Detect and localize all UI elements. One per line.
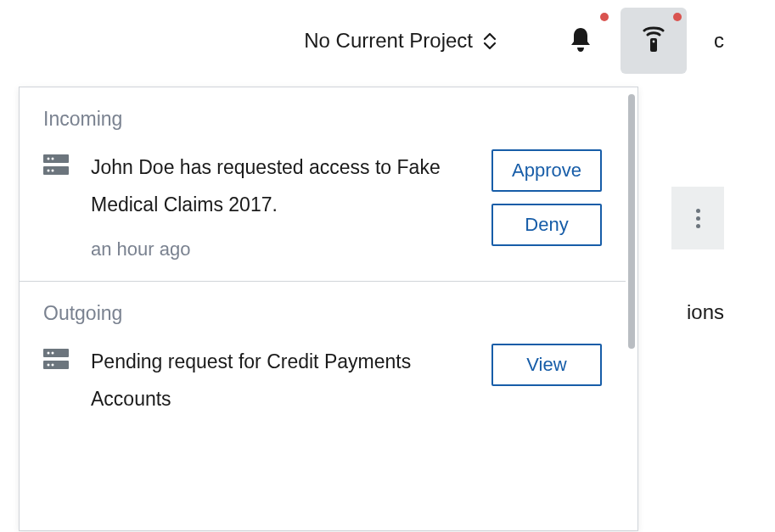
scrollbar-track[interactable] xyxy=(626,87,637,530)
request-text: John Doe has requested access to Fake Me… xyxy=(91,149,469,223)
server-icon xyxy=(43,349,69,372)
request-text-column: Pending request for Credit Payments Acco… xyxy=(91,344,469,417)
svg-point-7 xyxy=(52,170,54,172)
request-row: John Doe has requested access to Fake Me… xyxy=(43,149,602,260)
notifications-bell-button[interactable] xyxy=(548,8,614,74)
request-text: Pending request for Credit Payments Acco… xyxy=(91,344,469,417)
access-requests-button[interactable] xyxy=(621,8,687,74)
svg-point-12 xyxy=(48,364,50,367)
server-icon xyxy=(43,154,69,178)
user-avatar[interactable]: c xyxy=(714,29,724,53)
request-text-column: John Doe has requested access to Fake Me… xyxy=(91,149,469,260)
incoming-section: Incoming John Doe has requested access t… xyxy=(20,87,626,282)
svg-point-3 xyxy=(48,158,50,160)
topbar: No Current Project c xyxy=(0,0,775,81)
notification-dot-icon xyxy=(673,13,682,21)
section-title-incoming: Incoming xyxy=(43,108,602,131)
svg-point-13 xyxy=(52,364,54,367)
request-time: an hour ago xyxy=(91,238,469,260)
approve-button[interactable]: Approve xyxy=(491,149,602,192)
dropdown-body: Incoming John Doe has requested access t… xyxy=(20,87,626,530)
remote-access-icon xyxy=(641,24,666,58)
request-actions: Approve Deny xyxy=(491,149,602,246)
more-menu-button[interactable] xyxy=(671,187,724,249)
svg-rect-0 xyxy=(650,38,657,52)
svg-point-6 xyxy=(48,170,50,172)
section-title-outgoing: Outgoing xyxy=(43,302,602,325)
access-requests-dropdown: Incoming John Doe has requested access t… xyxy=(19,87,638,531)
project-selector-label: No Current Project xyxy=(304,29,473,53)
chevron-updown-icon xyxy=(483,32,497,50)
request-actions: View xyxy=(491,344,602,386)
outgoing-section: Outgoing Pending request for Credit Paym… xyxy=(20,282,626,438)
svg-point-9 xyxy=(48,352,50,355)
background-label-fragment: ions xyxy=(687,300,724,324)
deny-button[interactable]: Deny xyxy=(491,204,602,246)
view-button[interactable]: View xyxy=(491,344,602,386)
project-selector[interactable]: No Current Project xyxy=(294,22,507,59)
vertical-dots-icon xyxy=(696,209,700,228)
svg-point-10 xyxy=(52,352,54,355)
request-row: Pending request for Credit Payments Acco… xyxy=(43,344,602,417)
notification-dot-icon xyxy=(600,13,609,21)
svg-point-1 xyxy=(653,41,655,43)
svg-point-4 xyxy=(52,158,54,160)
scrollbar-thumb[interactable] xyxy=(628,94,635,349)
bell-icon xyxy=(568,25,593,57)
